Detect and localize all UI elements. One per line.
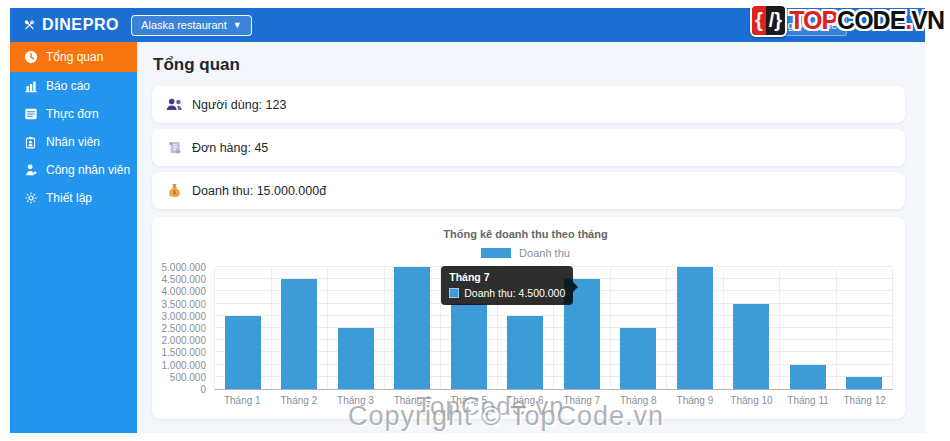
stat-card-revenue: Doanh thu: 15.000.000đ <box>152 172 905 209</box>
bar-thang-12[interactable] <box>846 377 882 389</box>
y-tick-label: 0 <box>200 384 206 395</box>
chart-legend[interactable]: Doanh thu <box>158 247 893 259</box>
legend-label: Doanh thu <box>519 247 570 259</box>
x-tick-label: Tháng 2 <box>271 395 328 406</box>
chart-tooltip: Tháng 7 Doanh thu: 4.500.000 <box>441 266 573 305</box>
y-tick-label: 4.500.000 <box>162 274 207 285</box>
y-tick-label: 1.500.000 <box>162 347 207 358</box>
brand-name: DINEPRO <box>42 16 119 34</box>
x-tick-label: Tháng 6 <box>497 395 554 406</box>
tooltip-caret <box>573 282 578 292</box>
restaurant-select[interactable]: Alaska restaurant ▼ <box>131 15 252 36</box>
language-button[interactable]: Tiếng Việt (Tiế <box>756 15 847 36</box>
chart-column-10 <box>724 268 781 389</box>
person-icon <box>23 163 38 177</box>
chart-column-4 <box>385 268 442 389</box>
stat-text: Người dùng: 123 <box>192 98 286 112</box>
y-tick-label: 2.500.000 <box>162 323 207 334</box>
scroll-icon <box>166 140 183 155</box>
bar-thang-11[interactable] <box>790 365 826 389</box>
bar-plot-area: Tháng 7 Doanh thu: 4.500.000 <box>214 268 893 390</box>
chart-plot-region: 0500.0001.000.0001.500.0002.000.0002.500… <box>158 268 893 406</box>
x-tick-label: Tháng 1 <box>214 395 271 406</box>
bar-chart-icon <box>23 79 38 93</box>
money-bag-icon <box>166 183 183 198</box>
sidebar-item-bao-cao[interactable]: Báo cáo <box>10 72 137 100</box>
sidebar-item-label: Thực đơn <box>46 107 99 121</box>
sidebar-item-cong-nhan-vien[interactable]: Công nhân viên <box>10 156 137 184</box>
stat-cards: Người dùng: 123Đơn hàng: 45Doanh thu: 15… <box>137 86 925 209</box>
app-window: DINEPRO Alaska restaurant ▼ Tiếng Việt (… <box>10 8 925 433</box>
x-tick-label: Tháng 12 <box>836 395 893 406</box>
chart-column-9 <box>667 268 724 389</box>
bar-thang-5[interactable] <box>451 304 487 389</box>
users-icon <box>166 98 183 111</box>
tooltip-color-box <box>449 288 459 298</box>
chart-column-2 <box>272 268 329 389</box>
y-tick-label: 3.500.000 <box>162 299 207 310</box>
y-axis: 0500.0001.000.0001.500.0002.000.0002.500… <box>158 268 214 390</box>
x-tick-label: Tháng 5 <box>440 395 497 406</box>
sidebar-item-tong-quan[interactable]: Tổng quan <box>10 42 137 72</box>
bar-thang-3[interactable] <box>338 328 374 389</box>
stat-text: Đơn hàng: 45 <box>192 141 268 155</box>
sidebar-item-thiet-lap[interactable]: Thiết lập <box>10 184 137 212</box>
x-tick-label: Tháng 9 <box>667 395 724 406</box>
chart-card: Thống kê doanh thu theo tháng Doanh thu … <box>152 217 905 419</box>
brand: DINEPRO <box>22 14 119 36</box>
chart-column-12 <box>837 268 894 389</box>
app-header: DINEPRO Alaska restaurant ▼ Tiếng Việt (… <box>10 8 925 42</box>
y-tick-label: 3.000.000 <box>162 311 207 322</box>
sidebar-item-label: Thiết lập <box>46 191 92 205</box>
stat-text: Doanh thu: 15.000.000đ <box>192 184 326 198</box>
sidebar-item-thuc-don[interactable]: Thực đơn <box>10 100 137 128</box>
y-tick-label: 500.000 <box>170 372 206 383</box>
legend-color-box <box>481 248 511 258</box>
sidebar: Tổng quanBáo cáoThực đơnNhân viênCông nh… <box>10 42 137 433</box>
sidebar-nav: Tổng quanBáo cáoThực đơnNhân viênCông nh… <box>10 42 137 212</box>
stat-card-users: Người dùng: 123 <box>152 86 905 123</box>
clock-icon <box>23 50 38 64</box>
bar-thang-1[interactable] <box>225 316 261 389</box>
bar-thang-2[interactable] <box>281 279 317 389</box>
fork-spoon-logo-icon <box>22 14 37 36</box>
bar-thang-6[interactable] <box>507 316 543 389</box>
gear-icon <box>23 191 38 205</box>
chart-column-11 <box>780 268 837 389</box>
tooltip-title: Tháng 7 <box>449 271 565 283</box>
stat-card-orders: Đơn hàng: 45 <box>152 129 905 166</box>
bar-thang-9[interactable] <box>677 267 713 389</box>
sidebar-item-nhan-vien[interactable]: Nhân viên <box>10 128 137 156</box>
restaurant-select-value: Alaska restaurant <box>141 19 227 31</box>
chart-column-3 <box>328 268 385 389</box>
sidebar-item-label: Công nhân viên <box>46 163 130 177</box>
y-tick-label: 1.000.000 <box>162 360 207 371</box>
x-axis: Tháng 1Tháng 2Tháng 3Tháng 4Tháng 5Tháng… <box>214 395 893 406</box>
chevron-down-icon: ▼ <box>233 21 242 30</box>
x-tick-label: Tháng 8 <box>610 395 667 406</box>
x-tick-label: Tháng 11 <box>780 395 837 406</box>
sidebar-item-label: Nhân viên <box>46 135 100 149</box>
y-tick-label: 4.000.000 <box>162 286 207 297</box>
sidebar-item-label: Tổng quan <box>46 50 103 64</box>
page-title: Tổng quan <box>153 55 925 75</box>
bar-thang-4[interactable] <box>394 267 430 389</box>
tooltip-value: Doanh thu: 4.500.000 <box>464 287 565 299</box>
chart-column-1 <box>215 268 272 389</box>
bar-thang-10[interactable] <box>733 304 769 389</box>
bar-thang-8[interactable] <box>620 328 656 389</box>
x-tick-label: Tháng 7 <box>553 395 610 406</box>
sidebar-item-label: Báo cáo <box>46 79 90 93</box>
y-tick-label: 5.000.000 <box>162 262 207 273</box>
x-tick-label: Tháng 3 <box>327 395 384 406</box>
chart-column-8 <box>611 268 668 389</box>
x-tick-label: Tháng 4 <box>384 395 441 406</box>
main-content: Tổng quan Người dùng: 123Đơn hàng: 45Doa… <box>137 42 925 433</box>
x-tick-label: Tháng 10 <box>723 395 780 406</box>
y-tick-label: 2.000.000 <box>162 335 207 346</box>
menu-list-icon <box>23 107 38 121</box>
chart-title: Thống kê doanh thu theo tháng <box>158 228 893 240</box>
badge-icon <box>23 136 38 149</box>
